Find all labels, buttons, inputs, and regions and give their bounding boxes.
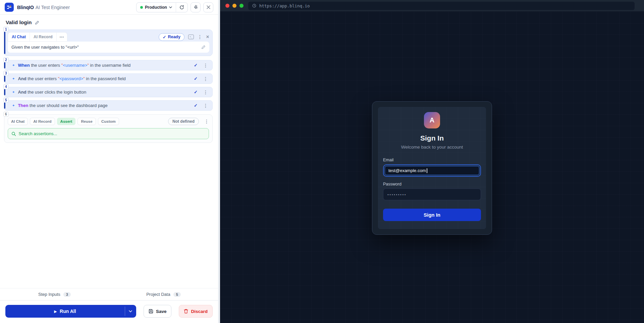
kebab-menu-icon[interactable]: ⋮ bbox=[203, 103, 208, 108]
tab-custom[interactable]: Custom bbox=[98, 118, 119, 125]
close-step-icon[interactable]: ✕ bbox=[206, 35, 209, 39]
signin-form: Email test@example.com Password ••••••••… bbox=[383, 158, 481, 221]
tab-ai-chat[interactable]: AI Chat bbox=[8, 33, 30, 41]
edit-pencil-icon[interactable] bbox=[35, 20, 39, 25]
password-value: ••••••••• bbox=[387, 193, 407, 197]
step-keyword: And bbox=[18, 90, 26, 95]
step-card-6: 6 AI Chat AI Record Assert Reuse Custom … bbox=[4, 114, 213, 143]
environment-select[interactable]: Production bbox=[137, 3, 176, 12]
address-bar[interactable]: https://app.blinq.io bbox=[248, 2, 635, 10]
close-panel-button[interactable] bbox=[203, 2, 213, 12]
step-number-badge: 1 bbox=[3, 27, 9, 32]
status-label: Ready bbox=[168, 35, 180, 39]
save-button[interactable]: Save bbox=[144, 305, 172, 318]
kebab-menu-icon[interactable]: ⋮ bbox=[198, 35, 202, 39]
tab-step-inputs[interactable]: Step Inputs 3 bbox=[0, 288, 109, 300]
step-accent-bar bbox=[4, 62, 5, 68]
email-input[interactable]: test@example.com bbox=[385, 166, 479, 175]
check-icon: ✓ bbox=[194, 103, 198, 108]
step-card-5[interactable]: 5 ✦ Then the user should see the dashboa… bbox=[4, 100, 213, 111]
settings-button[interactable] bbox=[191, 2, 201, 12]
step-text-pre: the user enters bbox=[30, 63, 61, 68]
kebab-menu-icon[interactable]: ⋮ bbox=[203, 76, 208, 81]
tab-reuse[interactable]: Reuse bbox=[77, 118, 96, 125]
scenario-title: Valid login bbox=[6, 19, 32, 25]
step-text: And the user clicks the login button bbox=[18, 90, 86, 95]
step-param: <username> bbox=[63, 63, 87, 68]
signin-card-inner: A Sign In Welcome back to your account E… bbox=[378, 107, 486, 229]
terminal-icon[interactable]: >_ bbox=[188, 35, 194, 39]
run-all-split-button: ▶ Run All bbox=[5, 305, 136, 318]
signin-subtitle: Welcome back to your account bbox=[401, 145, 463, 150]
tab-label: Step Inputs bbox=[38, 292, 60, 297]
count-badge: 5 bbox=[173, 292, 181, 297]
check-icon: ✓ bbox=[194, 76, 198, 81]
signin-title: Sign In bbox=[420, 134, 444, 142]
assertion-search-box bbox=[8, 128, 209, 139]
editor-footer: Step Inputs 3 Project Data 5 ▶ Run All bbox=[0, 288, 218, 323]
url-text: https://app.blinq.io bbox=[259, 3, 310, 8]
search-assertions-input[interactable] bbox=[18, 131, 205, 136]
status-badge-ready[interactable]: ✓Ready bbox=[159, 33, 184, 41]
step-accent-bar bbox=[4, 75, 5, 82]
edit-pencil-icon[interactable] bbox=[201, 45, 206, 49]
kebab-menu-icon[interactable]: ⋮ bbox=[203, 63, 208, 68]
step-card-3[interactable]: 3 ✦ And the user enters "<password>" in … bbox=[4, 73, 213, 84]
step-param: <password> bbox=[59, 76, 83, 81]
trash-icon bbox=[184, 309, 188, 314]
step-keyword: When bbox=[18, 63, 30, 68]
step-text-pre: the user clicks the login button bbox=[26, 90, 87, 95]
password-input[interactable]: ••••••••• bbox=[383, 189, 481, 200]
step-text: When the user enters "<username>" in the… bbox=[18, 63, 130, 68]
tab-project-data[interactable]: Project Data 5 bbox=[109, 288, 218, 300]
test-editor-panel: BlinqIO AI Test Engineer Production bbox=[0, 0, 220, 323]
kebab-menu-icon[interactable]: ⋮ bbox=[204, 119, 209, 124]
step-text-post: in the password field bbox=[85, 76, 126, 81]
check-icon: ✓ bbox=[163, 35, 166, 40]
status-badge-not-defined: Not defined bbox=[168, 118, 199, 125]
run-all-button[interactable]: ▶ Run All bbox=[5, 305, 125, 318]
browser-chrome-bar: https://app.blinq.io bbox=[220, 0, 644, 12]
step-number-badge: 3 bbox=[3, 71, 9, 76]
chevron-down-icon bbox=[129, 310, 132, 313]
step-keyword: And bbox=[18, 76, 26, 81]
step-text-post: in the username field bbox=[89, 63, 130, 68]
step-text-pre: the user enters bbox=[26, 76, 58, 81]
step-accent-bar bbox=[4, 89, 5, 95]
search-icon bbox=[11, 131, 16, 136]
brand-subtitle: AI Test Engineer bbox=[36, 5, 70, 10]
tab-ai-record[interactable]: AI Record bbox=[30, 33, 56, 41]
step-number-badge: 2 bbox=[3, 57, 9, 62]
kebab-menu-icon[interactable]: ⋮ bbox=[203, 90, 208, 95]
step-number-badge: 6 bbox=[3, 112, 9, 117]
minimize-window-icon[interactable] bbox=[232, 4, 236, 8]
refresh-icon bbox=[179, 5, 184, 10]
maximize-window-icon[interactable] bbox=[239, 4, 244, 8]
tab-assert[interactable]: Assert bbox=[57, 118, 76, 125]
step-text: And the user enters "<password>" in the … bbox=[18, 76, 125, 81]
save-icon bbox=[149, 309, 153, 314]
blinqio-logo-icon bbox=[5, 3, 14, 12]
discard-button[interactable]: Discard bbox=[179, 305, 213, 318]
window-controls bbox=[225, 4, 244, 8]
step-text: Given the user navigates to "<url>" bbox=[11, 45, 79, 50]
step-text-pre: the user should see the dashboard page bbox=[28, 103, 107, 108]
close-window-icon[interactable] bbox=[225, 4, 229, 8]
signin-button[interactable]: Sign In bbox=[383, 209, 481, 221]
step-card-4[interactable]: 4 ✦ And the user clicks the login button… bbox=[4, 87, 213, 97]
close-icon bbox=[207, 5, 210, 9]
count-badge: 3 bbox=[63, 292, 71, 297]
tab-ai-record[interactable]: AI Record bbox=[30, 118, 55, 125]
discard-label: Discard bbox=[191, 309, 208, 314]
step-text-field[interactable]: Given the user navigates to "<url>" bbox=[8, 42, 209, 53]
refresh-button[interactable] bbox=[176, 2, 187, 12]
step-keyword: Then bbox=[18, 103, 28, 108]
more-tabs-button[interactable]: ••• bbox=[56, 33, 67, 41]
brand-name: BlinqIO bbox=[17, 5, 34, 10]
run-options-button[interactable] bbox=[125, 305, 136, 318]
browser-viewport: A Sign In Welcome back to your account E… bbox=[220, 12, 644, 323]
sparkle-icon: ✦ bbox=[12, 77, 15, 80]
tab-ai-chat[interactable]: AI Chat bbox=[8, 118, 28, 125]
app-header: BlinqIO AI Test Engineer Production bbox=[0, 0, 218, 15]
step-card-2[interactable]: 2 ✦ When the user enters "<username>" in… bbox=[4, 60, 213, 70]
